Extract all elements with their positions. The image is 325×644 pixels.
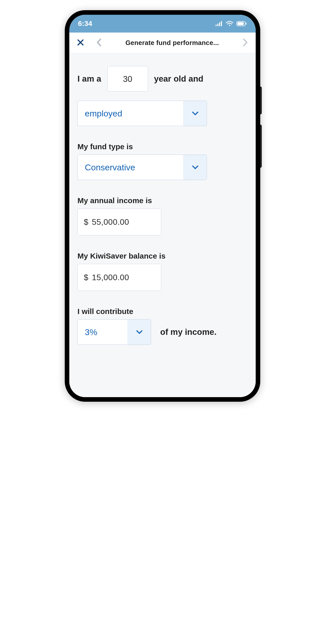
svg-rect-6 — [237, 22, 244, 25]
employment-value: employed — [78, 109, 183, 118]
fund-select[interactable]: Conservative — [77, 155, 207, 180]
contribute-section: I will contribute 3% of my income. — [77, 307, 248, 345]
age-input[interactable]: 30 — [107, 66, 148, 92]
wifi-icon — [226, 21, 233, 26]
battery-icon — [236, 21, 247, 26]
svg-rect-2 — [219, 22, 220, 26]
chevron-right-icon[interactable] — [242, 38, 248, 48]
contribute-select[interactable]: 3% — [77, 319, 151, 345]
age-section: I am a 30 year old and employed — [77, 66, 248, 126]
age-suffix-label: year old and — [154, 74, 203, 84]
balance-value: 15,000.00 — [92, 273, 129, 282]
income-value: 55,000.00 — [92, 217, 129, 227]
income-section: My annual income is $ 55,000.00 — [77, 196, 248, 235]
status-bar: 6:34 — [69, 15, 256, 33]
balance-label: My KiwiSaver balance is — [77, 252, 248, 260]
form-content: I am a 30 year old and employed My fund … — [69, 53, 256, 397]
device-side-button — [260, 86, 262, 114]
contribute-suffix: of my income. — [160, 327, 217, 337]
currency-symbol: $ — [84, 273, 88, 282]
chevron-down-icon — [127, 320, 151, 345]
signal-icon — [216, 21, 223, 26]
income-input[interactable]: $ 55,000.00 — [77, 208, 161, 235]
close-icon[interactable] — [77, 39, 84, 47]
balance-input[interactable]: $ 15,000.00 — [77, 264, 161, 291]
contribute-value: 3% — [78, 327, 127, 337]
fund-value: Conservative — [78, 162, 183, 172]
device-side-button — [260, 125, 262, 168]
age-prefix-label: I am a — [77, 74, 101, 84]
svg-rect-0 — [216, 25, 217, 26]
svg-point-4 — [229, 25, 230, 26]
page-title: Generate fund performance... — [114, 39, 230, 47]
balance-section: My KiwiSaver balance is $ 15,000.00 — [77, 252, 248, 291]
device-screen: 6:34 Generate fund performance... — [69, 15, 256, 397]
nav-bar: Generate fund performance... — [69, 33, 256, 53]
chevron-down-icon — [183, 155, 207, 180]
age-value: 30 — [108, 66, 148, 92]
status-icons — [216, 21, 247, 26]
device-frame: 6:34 Generate fund performance... — [65, 10, 260, 402]
fund-section: My fund type is Conservative — [77, 142, 248, 180]
income-label: My annual income is — [77, 196, 248, 205]
svg-rect-7 — [246, 23, 247, 25]
status-time: 6:34 — [78, 20, 92, 28]
svg-rect-1 — [217, 24, 218, 26]
fund-label: My fund type is — [77, 142, 248, 151]
svg-rect-3 — [221, 21, 222, 26]
chevron-left-icon[interactable] — [96, 38, 102, 48]
chevron-down-icon — [183, 101, 207, 126]
contribute-label: I will contribute — [77, 307, 248, 316]
currency-symbol: $ — [84, 217, 88, 227]
employment-select[interactable]: employed — [77, 101, 207, 126]
